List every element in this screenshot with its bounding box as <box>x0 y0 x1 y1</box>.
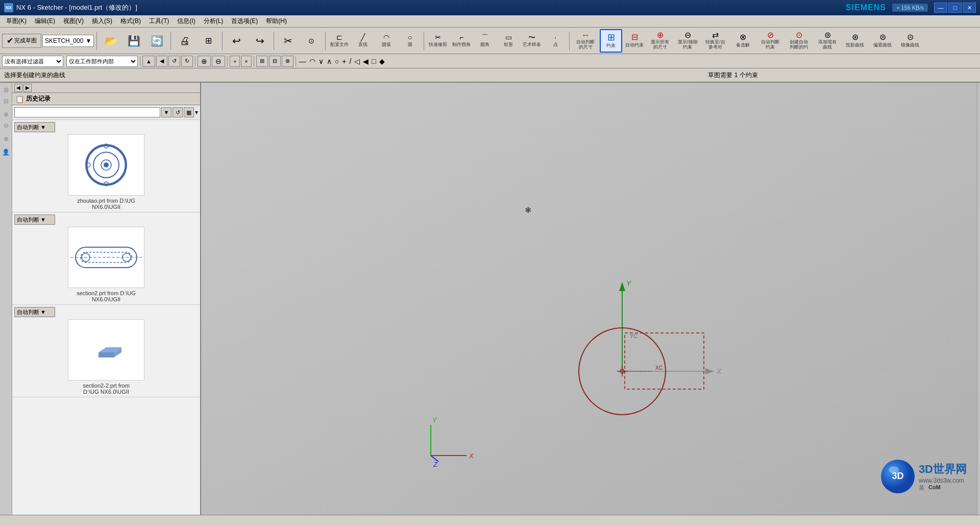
arc-button[interactable]: ◠ 圆弧 <box>375 29 398 53</box>
arc-icon: ◠ <box>383 34 389 41</box>
constraint-list-btn[interactable]: ⊟ <box>269 56 281 67</box>
snap-icon: ⊙ <box>308 37 314 44</box>
rectangle-button[interactable]: ▭ 矩形 <box>497 29 520 53</box>
panel-nav-right[interactable]: ▶ <box>23 84 32 92</box>
history-thumb-1[interactable] <box>68 134 144 196</box>
line-button[interactable]: ╱ 直线 <box>352 29 374 53</box>
deselect-button[interactable]: ◀ <box>156 56 167 67</box>
sketch-name: SKETCH_000 <box>45 37 83 44</box>
maximize-button[interactable]: □ <box>948 3 962 13</box>
point-button[interactable]: · 点 <box>544 29 567 53</box>
close-button[interactable]: ✕ <box>963 3 976 13</box>
work-part-filter-dropdown[interactable]: 仅在工作部件内部 <box>66 56 138 67</box>
show-all-dims-button[interactable]: ⊕ 显示所有的尺寸 <box>647 29 673 53</box>
rotate-button[interactable]: 🔄 <box>145 29 168 53</box>
snap-circle-icon: ○ <box>334 57 340 65</box>
snap-button[interactable]: ⊙ <box>300 29 323 53</box>
cut-button[interactable]: ✂ <box>277 29 299 53</box>
redo-button[interactable]: ↪ <box>249 29 271 53</box>
constraint-button[interactable]: ⊞ 约束 <box>600 29 622 53</box>
quick-trim-icon: ✂ <box>435 34 441 41</box>
history-panel: 📋 历史记录 ▼ ↺ ▦ ▾ 自动判断 ▼ <box>12 93 200 515</box>
history-item-1-mode[interactable]: 自动判断 ▼ <box>14 122 55 132</box>
open-file-button[interactable]: 📂 <box>100 29 122 53</box>
menu-insert[interactable]: 插入(S) <box>88 16 116 27</box>
create-auto-constraint-button[interactable]: ⊙ 创建自动判断的约 <box>785 29 813 53</box>
auto-constraint-button[interactable]: ⊟ 自动约束 <box>623 29 646 53</box>
grid-button[interactable]: ⊞ <box>197 29 219 53</box>
create-auto-constraint-icon: ⊙ <box>796 31 802 39</box>
vert-icon-6[interactable]: 👤 <box>1 147 11 157</box>
show-remove-constraints-button[interactable]: ⊖ 显示/移除约束 <box>674 29 701 53</box>
undo-button[interactable]: ↩ <box>225 29 248 53</box>
profile-icon: ⊏ <box>336 34 342 41</box>
offset-curves-button[interactable]: ⊜ 偏置曲线 <box>869 29 896 53</box>
profile-label: 配置文件 <box>330 41 349 48</box>
print-button[interactable]: 🖨 <box>174 29 196 53</box>
mirror-curves-button[interactable]: ⊝ 镜像曲线 <box>897 29 923 53</box>
fillet-button[interactable]: ⌒ 圆角 <box>474 29 496 53</box>
watermark: 3D 3D世界网 www.3ds3w.com 英 CoM <box>880 459 967 494</box>
select-prev-button[interactable]: ↺ <box>168 56 180 67</box>
vert-icon-2[interactable]: ⊟ <box>1 96 11 106</box>
sketch-name-dropdown[interactable]: SKETCH_000 ▼ <box>42 35 94 47</box>
menu-analysis[interactable]: 分析(L) <box>200 16 228 27</box>
menu-tools[interactable]: 工具(T) <box>145 16 173 27</box>
vert-icon-3[interactable]: ⊕ <box>1 109 11 119</box>
history-item-2-header: 自动判断 ▼ <box>14 214 198 225</box>
fillet-icon: ⌒ <box>481 34 488 41</box>
history-thumb-3[interactable] <box>68 319 144 380</box>
menu-help[interactable]: 帮助(H) <box>262 16 291 27</box>
profile-button[interactable]: ⊏ 配置文件 <box>328 29 351 53</box>
add-constraint-btn2[interactable]: + <box>230 56 240 67</box>
auto-dim-button[interactable]: ↔ 自动判断的尺寸 <box>572 29 599 53</box>
make-corner-button[interactable]: ⌐ 制作拐角 <box>450 29 473 53</box>
mirror-curves-label: 镜像曲线 <box>901 42 919 49</box>
vert-icon-4[interactable]: ⊖ <box>1 121 11 131</box>
menu-preferences[interactable]: 首选项(E) <box>227 16 262 27</box>
quick-trim-label: 快速修剪 <box>429 41 447 48</box>
circle-button[interactable]: ○ 圆 <box>399 29 421 53</box>
auto-infer-constraint-button[interactable]: ⊘ 自动判断约束 <box>757 29 783 53</box>
history-refresh-button[interactable]: ↺ <box>173 107 183 117</box>
menu-edit[interactable]: 编辑(E) <box>31 16 59 27</box>
vert-icon-5[interactable]: ⊗ <box>1 134 11 144</box>
history-item-2-mode[interactable]: 自动判断 ▼ <box>14 214 55 225</box>
select-all-button[interactable]: ▲ <box>142 56 155 67</box>
svg-marker-14 <box>99 352 114 357</box>
selection-filter-dropdown[interactable]: 没有选择过滤器 <box>2 56 63 67</box>
add-existing-curves-button[interactable]: ⊚ 添加现有曲线 <box>814 29 841 53</box>
constraint-detail-btn[interactable]: ⊗ <box>282 56 293 67</box>
watermark-com: CoM <box>928 484 941 492</box>
quick-trim-button[interactable]: ✂ 快速修剪 <box>427 29 449 53</box>
open-file-icon: 📂 <box>105 36 117 46</box>
history-item-3-mode[interactable]: 自动判断 ▼ <box>14 307 55 317</box>
history-thumb-2[interactable] <box>68 227 144 288</box>
constraint-grid-btn[interactable]: ⊞ <box>256 56 268 67</box>
menu-view[interactable]: 视图(V) <box>59 16 88 27</box>
viewport[interactable]: ✱ Y X YC XC <box>201 83 977 515</box>
select-next-button[interactable]: ↻ <box>181 56 193 67</box>
complete-sketch-button[interactable]: ✔ 完成草图 <box>2 34 41 48</box>
alt-solution-button[interactable]: ⊗ 备选解 <box>729 29 756 53</box>
history-menu-button[interactable]: ▦ <box>184 107 194 117</box>
zoom-fit-button[interactable]: ⊕ <box>198 56 211 67</box>
menu-format[interactable]: 格式(B) <box>116 16 145 27</box>
vert-icon-1[interactable]: ⊞ <box>1 85 11 95</box>
save-button[interactable]: 💾 <box>122 29 145 53</box>
menu-sketch[interactable]: 草图(K) <box>2 16 31 27</box>
menu-info[interactable]: 信息(I) <box>173 16 199 27</box>
zoom-out-button[interactable]: ⊖ <box>212 56 225 67</box>
auto-dim-icon: ↔ <box>581 31 590 39</box>
project-curves-button[interactable]: ⊛ 投影曲线 <box>842 29 868 53</box>
history-search-dropdown[interactable]: ▼ <box>161 107 172 117</box>
del-constraint-btn[interactable]: × <box>241 56 251 67</box>
snap-fill-icon: ◀ <box>362 57 370 65</box>
panel-nav-left[interactable]: ◀ <box>14 84 22 92</box>
minimize-button[interactable]: — <box>934 3 947 13</box>
history-search-input[interactable] <box>14 107 160 117</box>
panel-nav: ◀ ▶ <box>12 83 200 93</box>
history-item-3: 自动判断 ▼ section2-2. <box>12 305 200 397</box>
convert-ref-button[interactable]: ⇄ 转换至/自参考对 <box>702 29 728 53</box>
art-spline-button[interactable]: 〜 艺术样条 <box>521 29 543 53</box>
